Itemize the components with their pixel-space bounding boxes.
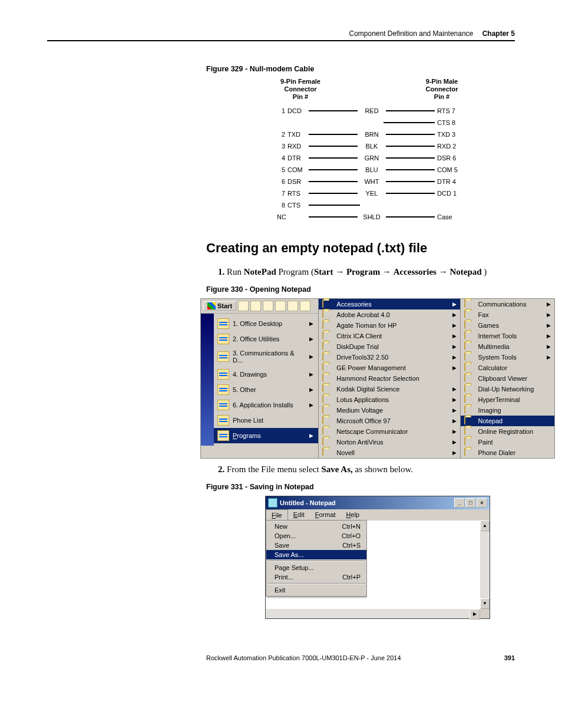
file-menu-item[interactable]: Open...Ctrl+O (266, 531, 366, 541)
file-menu-item[interactable]: SaveCtrl+S (266, 541, 366, 550)
file-menu-item[interactable]: Save As... (266, 550, 366, 559)
section-heading: Creating an empty notepad (.txt) file (206, 241, 515, 256)
menu-item[interactable]: Programs▶ (214, 428, 318, 443)
menu-item[interactable]: Microsoft Office 97▶ (319, 416, 459, 426)
menubar-item[interactable]: File (266, 509, 288, 521)
menu-label: 6. Application Installs (233, 401, 293, 409)
menu-item[interactable]: Phone Dialer (461, 447, 554, 458)
menu-label: Novell (336, 449, 355, 456)
menu-label: Multimedia (478, 343, 510, 350)
menu-label: Dial-Up Networking (478, 386, 534, 393)
horizontal-scrollbar[interactable]: ▶ (266, 609, 490, 618)
menu-label: HyperTerminal (478, 396, 520, 403)
notepad-titlebar[interactable]: Untitled - Notepad _ □ × (266, 496, 490, 509)
menu-label: Norton AntiVirus (336, 439, 383, 446)
menu-item[interactable]: Phone List (214, 413, 318, 428)
resize-grip-icon[interactable] (480, 609, 490, 618)
quick-launch-icon[interactable] (287, 301, 298, 311)
menu-item[interactable]: DriveTools32 2.50▶ (319, 352, 459, 363)
menu-item[interactable]: DiskDupe Trial▶ (319, 341, 459, 352)
minimize-button[interactable]: _ (454, 498, 465, 508)
menu-item[interactable]: 3. Communications & D...▶ (214, 347, 318, 367)
scroll-up-icon[interactable]: ▲ (480, 521, 490, 531)
file-menu-item[interactable]: Page Setup... (266, 563, 366, 572)
menu-item[interactable]: Novell▶ (319, 447, 459, 458)
menu-item[interactable]: Online Registration (461, 426, 554, 437)
step-2: 2. From the File menu select Save As, as… (218, 465, 515, 475)
menu-item[interactable]: 5. Other▶ (214, 382, 318, 397)
menu-item[interactable]: 1. Office Desktop▶ (214, 316, 318, 331)
maximize-button[interactable]: □ (465, 498, 476, 508)
menu-item[interactable]: System Tools▶ (461, 352, 554, 363)
file-menu-item[interactable]: Exit (266, 585, 366, 595)
scroll-down-icon[interactable]: ▼ (480, 598, 490, 609)
menu-label: DriveTools32 2.50 (336, 354, 388, 361)
menu-item[interactable]: Internet Tools▶ (461, 331, 554, 341)
cable-row: 8CTS (277, 199, 465, 211)
menu-label: Clipboard Viewer (478, 375, 528, 382)
menu-item[interactable]: Citrix ICA Client▶ (319, 331, 459, 341)
menu-label: Calculator (478, 364, 508, 371)
menu-item[interactable]: Adobe Acrobat 4.0▶ (319, 309, 459, 320)
header-rule (47, 40, 515, 41)
quick-launch-icon[interactable] (250, 301, 261, 311)
menu-item[interactable]: Agate Tioman for HP▶ (319, 320, 459, 331)
menu-item[interactable]: Dial-Up Networking (461, 384, 554, 394)
menu-item[interactable]: GE Power Management▶ (319, 363, 459, 373)
menubar-item[interactable]: Format (310, 509, 341, 521)
menu-item[interactable]: Fax▶ (461, 309, 554, 320)
menu-item[interactable]: Games▶ (461, 320, 554, 331)
scroll-right-icon[interactable]: ▶ (470, 609, 480, 620)
quick-launch-icon[interactable] (263, 301, 273, 311)
notepad-icon (268, 498, 277, 508)
cable-row: NCSHLDCase (277, 211, 465, 223)
chapter-label: Chapter 5 (482, 29, 515, 38)
menu-item[interactable]: Hammond Reactor Selection (319, 373, 459, 384)
menu-label: Online Registration (478, 428, 534, 435)
cable-row: 5COMBLUCOM 5 (277, 164, 465, 176)
notepad-textarea[interactable] (367, 521, 480, 609)
menu-item[interactable]: Communications▶ (461, 299, 554, 309)
menu-item[interactable]: Clipboard Viewer (461, 373, 554, 384)
menu-item[interactable]: Accessories▶ (319, 299, 459, 309)
menu-item[interactable]: Imaging (461, 405, 554, 416)
menu-label: Microsoft Office 97 (336, 417, 391, 424)
menu-label: Hammond Reactor Selection (336, 375, 419, 382)
taskbar: Start (201, 299, 318, 314)
menu-label: Citrix ICA Client (336, 332, 382, 340)
start-button[interactable]: Start (203, 301, 236, 311)
quick-launch-icon[interactable] (238, 301, 249, 311)
menu-item[interactable]: 4. Drawings▶ (214, 367, 318, 382)
menu-item[interactable]: Multimedia▶ (461, 341, 554, 352)
menu-item[interactable]: HyperTerminal (461, 394, 554, 405)
menu-item[interactable]: Lotus Applications▶ (319, 394, 459, 405)
menubar-item[interactable]: Help (341, 509, 365, 521)
menu-item[interactable]: Calculator (461, 363, 554, 373)
file-menu-item[interactable]: NewCtrl+N (266, 522, 366, 531)
quick-launch-icon[interactable] (300, 301, 310, 311)
menu-item[interactable]: 2. Office Utilities▶ (214, 331, 318, 347)
menu-label: Accessories (336, 301, 371, 308)
start-menu-screenshot: Start 1. Office Desktop▶2. Office Utilit… (200, 298, 555, 459)
menubar-item[interactable]: Edit (288, 509, 310, 521)
menu-item[interactable]: Paint (461, 437, 554, 447)
quick-launch-icon[interactable] (275, 301, 286, 311)
file-menu-item[interactable]: Print...Ctrl+P (266, 572, 366, 582)
menu-item[interactable]: Medium Voltage▶ (319, 405, 459, 416)
footer-pub: Rockwell Automation Publication 7000L-UM… (206, 654, 401, 661)
vertical-scrollbar[interactable]: ▲ ▼ (480, 521, 490, 609)
menu-label: Internet Tools (478, 332, 517, 340)
section-name: Component Definition and Maintenance (349, 29, 473, 38)
cable-row: 3RXDBLKRXD 2 (277, 140, 465, 152)
menu-item[interactable]: 6. Application Installs▶ (214, 397, 318, 413)
cable-row: 6DSRWHTDTR 4 (277, 176, 465, 187)
menu-label: Phone Dialer (478, 449, 516, 456)
menu-item[interactable]: Kodak Digital Science▶ (319, 384, 459, 394)
close-button[interactable]: × (477, 498, 487, 508)
menu-item[interactable]: Norton AntiVirus▶ (319, 437, 459, 447)
menu-label: Paint (478, 439, 493, 446)
menu-item[interactable]: Netscape Communicator▶ (319, 426, 459, 437)
menu-label: 4. Drawings (233, 371, 267, 378)
menu-label: 3. Communications & D... (233, 350, 306, 364)
menu-item[interactable]: Notepad (461, 416, 554, 426)
